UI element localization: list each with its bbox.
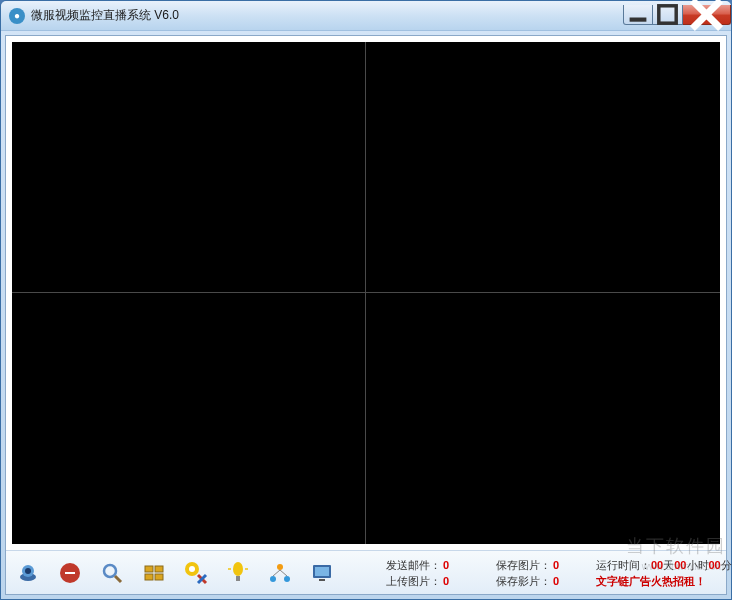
maximize-button[interactable] (653, 5, 683, 25)
save-image-value: 0 (553, 557, 559, 573)
stop-icon[interactable] (56, 559, 84, 587)
zoom-icon[interactable] (98, 559, 126, 587)
toolbar (14, 559, 336, 587)
brightness-icon[interactable] (224, 559, 252, 587)
app-icon: ● (9, 8, 25, 24)
layout-icon[interactable] (140, 559, 168, 587)
svg-rect-11 (145, 566, 153, 572)
status-panel: 发送邮件： 0 保存图片： 0 运行时间： 00 天 00 小时 00 (386, 557, 732, 589)
svg-rect-13 (145, 574, 153, 580)
svg-point-19 (233, 562, 243, 576)
svg-rect-12 (155, 566, 163, 572)
svg-line-27 (280, 570, 287, 576)
runtime-hours: 00 (674, 557, 686, 573)
window-controls (623, 5, 731, 27)
video-grid (12, 42, 720, 544)
svg-rect-20 (236, 576, 240, 581)
svg-rect-8 (65, 572, 75, 574)
runtime-mins-unit: 分 (721, 557, 732, 573)
save-video-value: 0 (553, 573, 559, 589)
network-icon[interactable] (266, 559, 294, 587)
svg-point-6 (25, 568, 31, 574)
video-pane-3[interactable] (12, 293, 366, 544)
status-row-2: 上传图片： 0 保存影片： 0 文字链广告火热招租！ (386, 573, 732, 589)
video-pane-2[interactable] (366, 42, 720, 293)
status-row-1: 发送邮件： 0 保存图片： 0 运行时间： 00 天 00 小时 00 (386, 557, 732, 573)
svg-rect-1 (659, 5, 676, 22)
titlebar[interactable]: ● 微服视频监控直播系统 V6.0 (1, 1, 731, 31)
svg-point-25 (284, 576, 290, 582)
svg-point-9 (104, 565, 116, 577)
runtime-hours-unit: 小时 (687, 557, 709, 573)
svg-line-10 (115, 576, 121, 582)
send-mail-label: 发送邮件： (386, 557, 441, 573)
settings-icon[interactable] (182, 559, 210, 587)
runtime-mins: 00 (709, 557, 721, 573)
svg-rect-30 (319, 579, 325, 581)
ad-link[interactable]: 文字链广告火热招租！ (596, 573, 706, 589)
save-image-label: 保存图片： (496, 557, 551, 573)
save-video-label: 保存影片： (496, 573, 551, 589)
app-window: ● 微服视频监控直播系统 V6.0 (0, 0, 732, 600)
camera-icon[interactable] (14, 559, 42, 587)
bottom-bar: 发送邮件： 0 保存图片： 0 运行时间： 00 天 00 小时 00 (6, 550, 726, 594)
svg-line-26 (273, 570, 280, 576)
content-frame: 发送邮件： 0 保存图片： 0 运行时间： 00 天 00 小时 00 (5, 35, 727, 595)
window-title: 微服视频监控直播系统 V6.0 (31, 7, 623, 24)
monitor-icon[interactable] (308, 559, 336, 587)
svg-point-16 (189, 566, 195, 572)
minimize-button[interactable] (623, 5, 653, 25)
svg-point-23 (277, 564, 283, 570)
video-pane-1[interactable] (12, 42, 366, 293)
runtime-days-unit: 天 (663, 557, 674, 573)
runtime-label: 运行时间： (596, 557, 651, 573)
upload-image-value: 0 (443, 573, 449, 589)
close-button[interactable] (683, 5, 731, 25)
svg-point-24 (270, 576, 276, 582)
video-pane-4[interactable] (366, 293, 720, 544)
runtime-days: 00 (651, 557, 663, 573)
svg-rect-29 (315, 567, 329, 576)
upload-image-label: 上传图片： (386, 573, 441, 589)
send-mail-value: 0 (443, 557, 449, 573)
svg-rect-14 (155, 574, 163, 580)
